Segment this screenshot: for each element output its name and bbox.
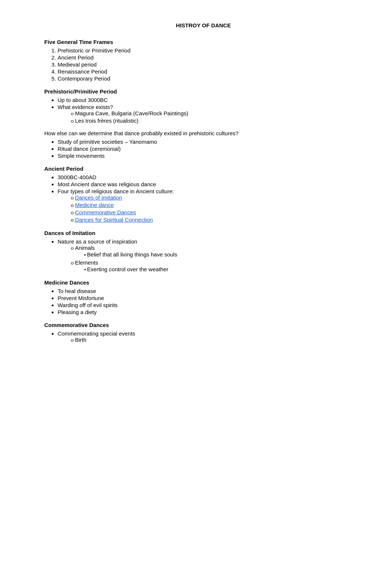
how-else-list: Study of primitive societies – Yanomamo … xyxy=(58,139,362,159)
list-item: Medieval period xyxy=(58,61,362,68)
list-item: Prehistoric or Primitive Period xyxy=(58,47,362,54)
list-item: Les trois frères (ritualistic) xyxy=(71,118,362,124)
dances-of-imitation-heading: Dances of Imitation xyxy=(44,230,362,236)
ancient-section: Ancient Period 3000BC-400AD Most Ancient… xyxy=(44,166,362,223)
prehistoric-list: Up to about 3000BC What evidence exists?… xyxy=(58,97,362,124)
list-item: Medicine dance xyxy=(71,202,362,208)
list-item: Magura Cave, Bulgaria (Cave/Rock Paintin… xyxy=(71,110,362,117)
dances-of-imitation-link[interactable]: Dances of imitation xyxy=(75,194,122,201)
list-item: Up to about 3000BC xyxy=(58,97,362,103)
list-item: What evidence exists? Magura Cave, Bulga… xyxy=(58,104,362,124)
how-else-paragraph: How else can we determine that dance pro… xyxy=(44,130,362,136)
list-item: Warding off of evil spirits xyxy=(58,302,362,308)
list-item: Prevent Misfortune xyxy=(58,295,362,301)
list-item: Simple movements xyxy=(58,153,362,159)
five-frames-heading: Five General Time Frames xyxy=(44,39,362,45)
list-item: To heal disease xyxy=(58,288,362,294)
nature-sub-list: Animals Belief that all living things ha… xyxy=(71,245,362,273)
list-item: Pleasing a diety xyxy=(58,309,362,315)
medicine-dances-section: Medicine Dances To heal disease Prevent … xyxy=(44,279,362,315)
animals-sub-list: Belief that all living things have souls xyxy=(84,251,362,258)
commemorative-section: Commemorative Dances Commemorating speci… xyxy=(44,322,362,343)
list-item: Dances of imitation xyxy=(71,194,362,201)
list-item: Most Ancient dance was religious dance xyxy=(58,181,362,187)
prehistoric-section: Prehistoric/Primitive Period Up to about… xyxy=(44,88,362,124)
list-item: Commemorating special events Birth xyxy=(58,330,362,343)
five-frames-section: Five General Time Frames Prehistoric or … xyxy=(44,39,362,82)
medicine-dances-heading: Medicine Dances xyxy=(44,279,362,286)
list-item: Contemporary Period xyxy=(58,75,362,82)
how-else-section: How else can we determine that dance pro… xyxy=(44,130,362,159)
commemorative-dances-link[interactable]: Commemorative Dances xyxy=(75,209,136,215)
list-item: Elements Exerting control over the weath… xyxy=(71,259,362,273)
medicine-dances-list: To heal disease Prevent Misfortune Wardi… xyxy=(58,288,362,315)
list-item: Belief that all living things have souls xyxy=(84,251,362,258)
ancient-sub-list: Dances of imitation Medicine dance Comme… xyxy=(71,194,362,223)
commemorative-sub-list: Birth xyxy=(71,337,362,343)
list-item: Ancient Period xyxy=(58,54,362,61)
ancient-list: 3000BC-400AD Most Ancient dance was reli… xyxy=(58,174,362,223)
prehistoric-heading: Prehistoric/Primitive Period xyxy=(44,88,362,95)
evidence-list: Magura Cave, Bulgaria (Cave/Rock Paintin… xyxy=(71,110,362,124)
commemorative-heading: Commemorative Dances xyxy=(44,322,362,328)
elements-sub-list: Exerting control over the weather xyxy=(84,266,362,273)
list-item: Nature as a source of inspiration Animal… xyxy=(58,238,362,273)
commemorative-list: Commemorating special events Birth xyxy=(58,330,362,343)
list-item: Animals Belief that all living things ha… xyxy=(71,245,362,258)
dances-of-imitation-list: Nature as a source of inspiration Animal… xyxy=(58,238,362,273)
dances-spiritual-link[interactable]: Dances for Spiritual Connection xyxy=(75,217,153,223)
list-item: Study of primitive societies – Yanomamo xyxy=(58,139,362,145)
dances-of-imitation-section: Dances of Imitation Nature as a source o… xyxy=(44,230,362,273)
list-item: Birth xyxy=(71,337,362,343)
five-frames-list: Prehistoric or Primitive Period Ancient … xyxy=(58,47,362,82)
list-item: Four types of religious dance in Ancient… xyxy=(58,188,362,223)
medicine-dance-link[interactable]: Medicine dance xyxy=(75,202,114,208)
list-item: 3000BC-400AD xyxy=(58,174,362,180)
list-item: Renaissance Period xyxy=(58,68,362,75)
list-item: Ritual dance (ceremonial) xyxy=(58,146,362,152)
list-item: Exerting control over the weather xyxy=(84,266,362,273)
list-item: Dances for Spiritual Connection xyxy=(71,217,362,223)
page-title: HISTROY OF DANCE xyxy=(44,22,362,28)
list-item: Commemorative Dances xyxy=(71,209,362,216)
ancient-heading: Ancient Period xyxy=(44,166,362,172)
